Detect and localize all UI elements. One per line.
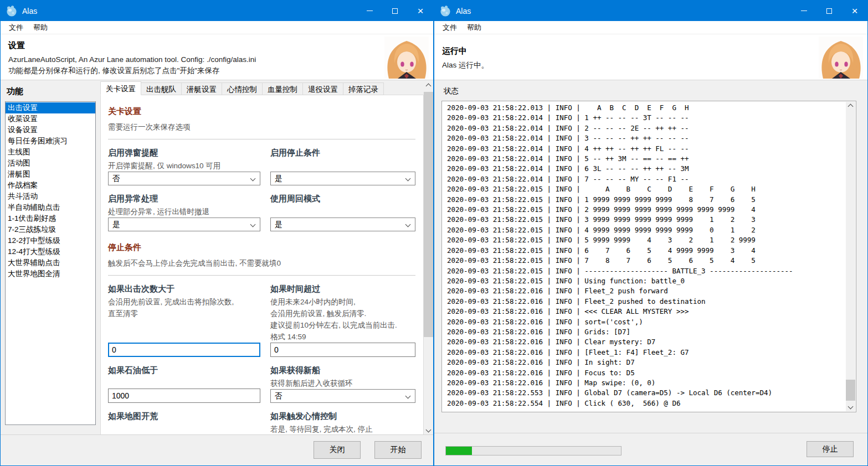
- log-line: 2020-09-03 21:58:22.015 | INFO | A B C D…: [447, 184, 846, 194]
- content-scrollbar[interactable]: [424, 81, 433, 434]
- log-line: 2020-09-03 21:58:22.554 | INFO | Click (…: [447, 398, 846, 408]
- window-title: Alas: [456, 7, 471, 15]
- running-menubar: 文件 帮助: [434, 21, 867, 34]
- sidebar-item[interactable]: 作战档案: [6, 180, 95, 191]
- close-button[interactable]: ×: [842, 1, 867, 21]
- tab-3[interactable]: 潜艇设置: [181, 82, 222, 95]
- dropdown[interactable]: 否: [270, 389, 415, 403]
- menu-help[interactable]: 帮助: [462, 21, 486, 34]
- log-line: 2020-09-03 21:58:22.014 | INFO | 3 -- --…: [447, 133, 846, 143]
- tab-1[interactable]: 关卡设置: [100, 81, 141, 95]
- page-description-line2: 功能都是分别保存和运行的, 修改设置后别忘了点击"开始"来保存: [8, 65, 433, 76]
- sidebar-item[interactable]: 收菜设置: [6, 113, 95, 125]
- log-line: 2020-09-03 21:58:22.015 | INFO | 6 7 6 5…: [447, 246, 846, 256]
- divider: [108, 139, 415, 139]
- maximize-button[interactable]: [816, 1, 842, 21]
- field-desc: 会沿用先前设置, 完成出击将扣除次数, 直至清零: [108, 296, 260, 319]
- sidebar-item[interactable]: 潜艇图: [6, 169, 95, 180]
- scrollbar-thumb[interactable]: [846, 380, 855, 401]
- log-line: 2020-09-03 21:58:22.553 | INFO | Global …: [447, 388, 846, 398]
- close-app-button[interactable]: 关闭: [314, 441, 361, 459]
- field-desc: 获得新船后进入收获循环: [270, 377, 415, 389]
- dropdown-value: 是: [275, 174, 283, 184]
- dropdown-value: 是: [275, 220, 283, 230]
- menu-file[interactable]: 文件: [4, 21, 28, 34]
- sidebar-item[interactable]: 共斗活动: [6, 191, 95, 202]
- chevron-down-icon: [405, 393, 411, 399]
- tab-panel: 关卡设置需要运行一次来保存选项启用弹窗提醒开启弹窗提醒, 仅 windows10…: [100, 95, 424, 434]
- form-cell: 如果获得新船获得新船后进入收获循环否: [270, 364, 415, 403]
- log-line: 2020-09-03 21:58:22.014 | INFO | 7 -- --…: [447, 174, 846, 184]
- menu-file[interactable]: 文件: [438, 21, 462, 34]
- field-desc: 处理部分异常, 运行出错时撤退: [108, 206, 260, 218]
- sidebar-item[interactable]: 大世界辅助点击: [6, 257, 95, 268]
- sidebar-item[interactable]: 7-2三战拣垃圾: [6, 224, 95, 235]
- running-window: Alas × 文件 帮助 运行中 Alas 运行中。: [434, 0, 868, 466]
- minimize-button[interactable]: [357, 1, 382, 21]
- alas-app-icon: [6, 5, 18, 17]
- scroll-down-icon[interactable]: [424, 425, 433, 434]
- sidebar-item[interactable]: 12-4打大型练级: [6, 246, 95, 257]
- log-line: 2020-09-03 21:58:22.016 | INFO | In sigh…: [447, 358, 846, 367]
- sidebar-item[interactable]: 出击设置: [6, 102, 95, 113]
- close-button[interactable]: ×: [408, 1, 433, 21]
- start-button[interactable]: 开始: [374, 441, 422, 459]
- tab-2[interactable]: 出击舰队: [141, 82, 182, 95]
- sidebar-item[interactable]: 活动图: [6, 158, 95, 169]
- log-line: 2020-09-03 21:58:22.013 | INFO | A B C D…: [447, 103, 846, 113]
- sidebar-item[interactable]: 1-1伏击刷好感: [6, 213, 95, 224]
- dropdown[interactable]: 否: [108, 172, 260, 185]
- dropdown-value: 否: [275, 391, 283, 401]
- maximize-button[interactable]: [382, 1, 408, 21]
- log-line: 2020-09-03 21:58:22.016 | INFO | <<< CLE…: [447, 307, 846, 317]
- field-label: 如果时间超过: [270, 283, 415, 295]
- field-label: 启用停止条件: [270, 147, 415, 159]
- dropdown-value: 是: [112, 220, 120, 230]
- tab-4[interactable]: 心情控制: [222, 82, 263, 95]
- sidebar-item[interactable]: 主线图: [6, 147, 95, 158]
- page-description-line1: AzurLaneAutoScript, An Azur Lane automat…: [8, 54, 433, 65]
- scroll-up-icon[interactable]: [846, 102, 855, 111]
- section-desc: 需要运行一次来保存选项: [108, 122, 415, 132]
- tab-strip: 关卡设置出击舰队潜艇设置心情控制血量控制退役设置掉落记录: [100, 82, 383, 95]
- menu-help[interactable]: 帮助: [28, 21, 53, 34]
- sidebar-item[interactable]: 12-2打中型练级: [6, 235, 95, 246]
- dropdown[interactable]: 是: [108, 218, 260, 231]
- sidebar-item[interactable]: 大世界地图全清: [6, 268, 95, 279]
- log-scrollbar[interactable]: [846, 102, 855, 411]
- page-title: 设置: [8, 40, 433, 51]
- log-line: 2020-09-03 21:58:22.015 | INFO | 2 9999 …: [447, 205, 846, 215]
- sidebar-item[interactable]: 每日任务困难演习: [6, 136, 95, 147]
- dropdown[interactable]: 是: [270, 172, 415, 185]
- chevron-down-icon: [250, 222, 256, 227]
- text-input[interactable]: [108, 389, 260, 403]
- form-cell: 如果地图开荒: [108, 410, 260, 434]
- maximize-icon: [392, 8, 398, 14]
- form-row: 启用异常处理处理部分异常, 运行出错时撤退是使用周回模式是: [108, 193, 415, 231]
- sidebar-item[interactable]: 半自动辅助点击: [6, 202, 95, 213]
- scroll-up-icon[interactable]: [424, 81, 433, 91]
- settings-titlebar: Alas ×: [1, 1, 433, 21]
- form-cell: 如果出击次数大于会沿用先前设置, 完成出击将扣除次数, 直至清零: [108, 283, 260, 357]
- minimize-button[interactable]: [791, 1, 816, 21]
- scrollbar-thumb[interactable]: [424, 92, 433, 337]
- dropdown-value: 否: [112, 174, 120, 184]
- tab-5[interactable]: 血量控制: [262, 82, 303, 95]
- text-input[interactable]: [270, 343, 415, 357]
- tab-7[interactable]: 掉落记录: [343, 82, 384, 95]
- log-line: 2020-09-03 21:58:22.014 | INFO | 4 ++ ++…: [447, 144, 846, 154]
- form-cell: 启用弹窗提醒开启弹窗提醒, 仅 windows10 可用否: [108, 147, 260, 185]
- log-lines: 2020-09-03 21:58:22.013 | INFO | A B C D…: [442, 103, 846, 412]
- text-input[interactable]: [108, 343, 260, 357]
- field-desc: 若是, 等待回复, 完成本次, 停止: [270, 423, 415, 434]
- sidebar-list: 出击设置收菜设置设备设置每日任务困难演习主线图活动图潜艇图作战档案共斗活动半自动…: [5, 101, 96, 425]
- dropdown[interactable]: 是: [270, 218, 415, 231]
- sidebar-item[interactable]: 设备设置: [6, 125, 95, 136]
- log-line: 2020-09-03 21:58:22.014 | INFO | 5 -- ++…: [447, 154, 846, 164]
- log-line: 2020-09-03 21:58:22.015 | INFO | 4 9999 …: [447, 225, 846, 235]
- scroll-down-icon[interactable]: [846, 402, 855, 411]
- log-line: 2020-09-03 21:58:22.014 | INFO | 6 3L --…: [447, 164, 846, 174]
- stop-button[interactable]: 停止: [807, 441, 854, 457]
- tab-6[interactable]: 退役设置: [302, 82, 343, 95]
- form-cell: 如果时间超过使用未来24小时内的时间, 会沿用先前设置, 触发后清零. 建议提前…: [270, 283, 415, 357]
